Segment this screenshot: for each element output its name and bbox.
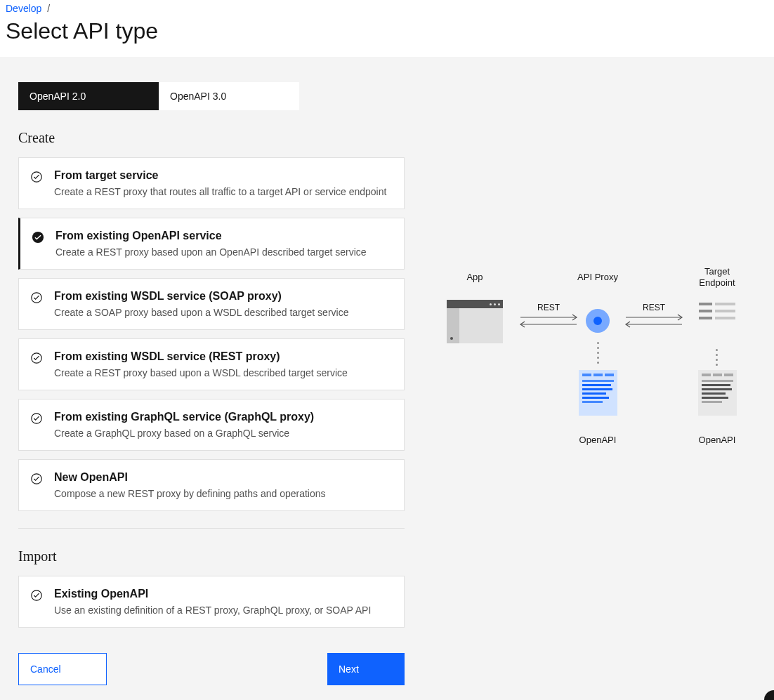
card-title: From existing OpenAPI service <box>55 230 393 242</box>
card-desc: Create a SOAP proxy based upon a WSDL de… <box>54 307 393 318</box>
diagram-node-endpoint <box>696 300 738 342</box>
diagram-connector-dots-right <box>716 349 718 366</box>
card-title: From existing WSDL service (REST proxy) <box>54 350 393 363</box>
radio-selected-icon <box>32 231 44 244</box>
radio-unselected-icon <box>30 352 43 364</box>
card-desc: Create a REST proxy based upon an OpenAP… <box>55 246 393 258</box>
diagram-arrow-label-left: REST <box>527 303 570 312</box>
diagram-node-proxy <box>586 309 610 333</box>
tabs: OpenAPI 2.0 OpenAPI 3.0 <box>18 82 756 110</box>
radio-unselected-icon <box>30 589 43 602</box>
radio-unselected-icon <box>30 291 43 304</box>
breadcrumb: Develop / <box>6 3 768 14</box>
card-from-wsdl-soap[interactable]: From existing WSDL service (SOAP proxy) … <box>18 278 405 330</box>
card-desc: Compose a new REST proxy by defining pat… <box>54 488 393 499</box>
card-title: New OpenAPI <box>54 471 393 484</box>
diagram-doc-openapi-gray <box>698 370 737 416</box>
diagram-arrow-label-right: REST <box>633 303 675 312</box>
cancel-button[interactable]: Cancel <box>18 653 107 685</box>
diagram-label-openapi-left: OpenAPI <box>566 435 629 445</box>
card-from-wsdl-rest[interactable]: From existing WSDL service (REST proxy) … <box>18 338 405 390</box>
radio-unselected-icon <box>30 473 43 485</box>
card-desc: Create a REST proxy based upon a WSDL de… <box>54 367 393 378</box>
section-heading-import: Import <box>18 548 405 564</box>
card-title: From existing GraphQL service (GraphQL p… <box>54 411 393 423</box>
tab-openapi-2[interactable]: OpenAPI 2.0 <box>18 82 159 110</box>
card-existing-openapi[interactable]: Existing OpenAPI Use an existing definit… <box>18 576 405 628</box>
card-desc: Use an existing definition of a REST pro… <box>54 605 393 616</box>
diagram-doc-openapi-blue <box>579 370 617 416</box>
section-heading-create: Create <box>18 130 405 146</box>
card-title: From target service <box>54 169 393 182</box>
diagram-arrow-left <box>517 314 580 328</box>
diagram-label-openapi-right: OpenAPI <box>686 435 749 445</box>
breadcrumb-link-develop[interactable]: Develop <box>6 3 41 14</box>
tab-openapi-3[interactable]: OpenAPI 3.0 <box>159 82 299 110</box>
architecture-diagram: App API Proxy Target Endpoint REST <box>447 272 756 468</box>
diagram-label-endpoint: Target Endpoint <box>686 266 749 288</box>
diagram-label-proxy: API Proxy <box>566 272 629 282</box>
card-from-target-service[interactable]: From target service Create a REST proxy … <box>18 157 405 209</box>
diagram-label-app: App <box>443 272 506 282</box>
divider <box>18 528 405 529</box>
radio-unselected-icon <box>30 412 43 425</box>
card-from-graphql[interactable]: From existing GraphQL service (GraphQL p… <box>18 399 405 451</box>
card-new-openapi[interactable]: New OpenAPI Compose a new REST proxy by … <box>18 459 405 511</box>
card-desc: Create a REST proxy that routes all traf… <box>54 186 393 197</box>
radio-unselected-icon <box>30 171 43 183</box>
diagram-connector-dots-left <box>597 342 599 364</box>
diagram-node-app <box>447 300 503 343</box>
next-button[interactable]: Next <box>327 653 405 685</box>
card-from-existing-openapi[interactable]: From existing OpenAPI service Create a R… <box>18 218 405 270</box>
page-title: Select API type <box>6 18 768 44</box>
card-desc: Create a GraphQL proxy based on a GraphQ… <box>54 428 393 439</box>
card-title: Existing OpenAPI <box>54 588 393 600</box>
card-title: From existing WSDL service (SOAP proxy) <box>54 290 393 303</box>
breadcrumb-sep: / <box>47 3 50 14</box>
diagram-arrow-right <box>622 314 686 328</box>
